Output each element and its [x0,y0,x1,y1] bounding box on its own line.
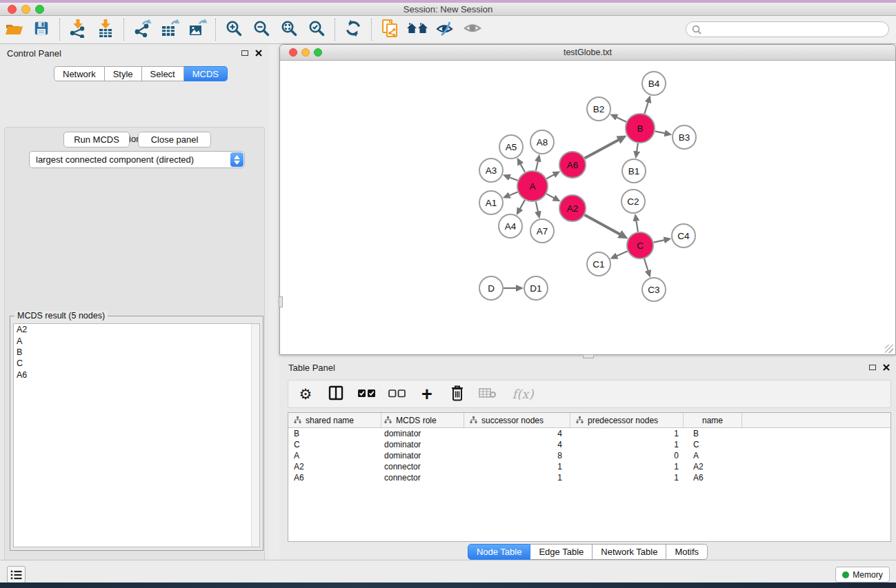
delete-table-icon [479,387,497,401]
zoom-selected-button[interactable] [303,17,330,42]
table-row[interactable]: Adominator80A [288,450,890,461]
control-panel-header: Control Panel [0,44,269,62]
tab-node-table[interactable]: Node Table [468,544,531,560]
column-label: shared name [306,416,354,425]
attribute-icon [294,416,301,424]
tab-edge-table[interactable]: Edge Table [530,544,593,560]
criterion-value: largest connected component (directed) [30,154,230,165]
mcds-result-item[interactable]: B [14,347,259,358]
column-header-shared-name[interactable]: shared name [288,413,381,427]
main-toolbar [0,16,896,44]
tab-network[interactable]: Network [54,66,105,81]
edge-C-C3 [644,258,648,272]
tab-network-table[interactable]: Network Table [593,544,666,560]
table-cell: dominator [381,450,464,461]
memory-label: Memory [853,570,882,580]
close-panel-icon[interactable] [255,50,262,57]
show-columns-button[interactable] [326,384,346,405]
export-network-button[interactable] [128,17,156,42]
save-session-button[interactable] [28,17,55,42]
zoom-selected-icon [308,20,326,40]
export-image-icon [188,19,207,40]
toolbar-separator [123,19,124,41]
table-panel-header: Table Panel [279,358,896,376]
network-window-titlebar[interactable]: testGlobe.txt [280,45,895,61]
table-cell: C [288,439,381,450]
select-all-button[interactable] [356,384,377,405]
delete-column-button[interactable] [447,384,468,405]
edge-C-C1 [616,251,628,256]
task-history-button[interactable] [7,566,26,583]
zoom-out-button[interactable] [248,17,275,42]
show-graphics-button[interactable] [459,17,486,42]
network-canvas[interactable]: B4B2BB3A5A8A6B1A3AA1C2A4A7A2C4CC1C3DD1 [281,61,895,354]
table-panel: Table Panel ⚙ + f(x) shared nameMCDS rol… [279,358,896,560]
column-header-MCDS-role[interactable]: MCDS role [381,413,464,427]
table-row[interactable]: Cdominator41C [288,439,890,450]
edge-A-A1 [508,192,518,196]
function-builder-button[interactable]: f(x) [508,384,538,405]
node-label-C3: C3 [648,285,659,295]
network-from-file-button[interactable] [376,17,404,42]
criterion-dropdown[interactable]: largest connected component (directed) [29,151,245,168]
open-folder-icon [5,20,23,39]
tab-style[interactable]: Style [105,66,142,81]
splitter-handle[interactable] [279,296,283,307]
mcds-result-item[interactable]: C [14,358,259,369]
import-table-button[interactable] [92,17,119,42]
export-table-button[interactable] [156,17,183,42]
export-image-button[interactable] [183,17,211,42]
network-file-icon [381,19,399,41]
edge-A-A8 [536,160,538,170]
table-settings-button[interactable]: ⚙ [295,384,316,405]
add-column-button[interactable]: + [417,384,437,405]
column-header-predecessor-nodes[interactable]: predecessor nodes [570,413,684,427]
close-panel-button[interactable]: Close panel [138,132,211,148]
tab-select[interactable]: Select [142,66,184,81]
resize-grip-icon[interactable] [885,345,893,353]
node-label-A6: A6 [567,160,579,170]
open-file-button[interactable] [0,17,28,42]
column-label: successor nodes [481,416,544,425]
edge-B-B1 [637,143,638,153]
mcds-result-item[interactable]: A2 [14,324,259,335]
home-views-button[interactable] [404,17,431,42]
column-header-name[interactable]: name [684,413,742,427]
eye-slash-icon [435,20,455,39]
node-label-A: A [529,181,535,192]
toolbar-separator [335,19,335,41]
zoom-in-icon [226,20,243,40]
search-input[interactable] [701,25,888,34]
table-cell: dominator [381,439,464,450]
zoom-in-button[interactable] [220,17,248,42]
run-mcds-button[interactable]: Run MCDS [63,132,130,148]
table-row[interactable]: A6connector11A6 [288,472,890,483]
tab-mcds[interactable]: MCDS [184,66,228,81]
optimization-criterion-label: Optimization criterion: [0,134,269,144]
close-panel-icon[interactable] [883,364,890,371]
app-title: Session: New Session [0,4,896,14]
node-label-A7: A7 [537,226,548,236]
table-row[interactable]: A2connector11A2 [288,461,890,472]
import-network-button[interactable] [64,17,92,42]
zoom-fit-button[interactable] [275,17,303,42]
network-graph: B4B2BB3A5A8A6B1A3AA1C2A4A7A2C4CC1C3DD1 [281,61,895,355]
memory-button[interactable]: Memory [835,567,890,582]
tab-motifs[interactable]: Motifs [666,544,708,560]
table-row[interactable]: Bdominator41B [288,428,890,439]
mcds-result-item[interactable]: A [14,335,259,346]
select-none-button[interactable] [386,384,407,405]
float-panel-icon[interactable] [869,365,876,370]
attribute-icon [470,416,477,424]
menu-list-icon [10,569,22,580]
node-label-D: D [488,283,495,294]
save-icon [33,20,50,39]
column-header-successor-nodes[interactable]: successor nodes [464,413,570,427]
scrollbar[interactable] [251,324,259,547]
refresh-button[interactable] [339,17,367,42]
search-icon [692,25,701,34]
delete-table-button[interactable] [477,384,498,405]
float-panel-icon[interactable] [241,50,248,56]
hide-graphics-button[interactable] [431,17,459,42]
mcds-result-item[interactable]: A6 [14,369,259,381]
